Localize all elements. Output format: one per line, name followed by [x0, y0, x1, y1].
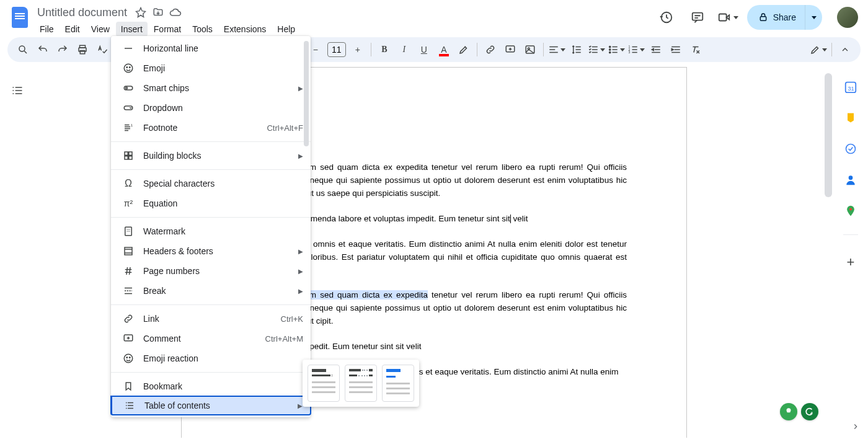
svg-point-23 [130, 67, 131, 68]
grammarly-icon[interactable] [801, 403, 818, 420]
omega-icon: Ω [122, 177, 135, 190]
spellcheck-icon[interactable] [93, 40, 112, 59]
search-menus-icon[interactable] [14, 40, 32, 59]
meet-icon[interactable] [717, 6, 738, 29]
insert-comment-icon[interactable] [501, 40, 520, 59]
get-addons-icon[interactable]: + [839, 251, 862, 273]
docs-logo[interactable] [7, 5, 32, 30]
insert-menu-item-building-blocks[interactable]: Building blocks▶ [111, 146, 311, 166]
move-icon[interactable] [152, 6, 164, 19]
indent-decrease-icon[interactable] [647, 40, 665, 59]
comment-icon [122, 332, 135, 345]
insert-menu-item-equation[interactable]: π²Equation [111, 193, 311, 213]
checklist-icon[interactable] [587, 40, 606, 59]
keep-icon[interactable] [843, 110, 858, 125]
redo-icon[interactable] [53, 40, 72, 59]
account-avatar[interactable] [837, 7, 858, 28]
history-icon[interactable] [655, 6, 678, 29]
indent-increase-icon[interactable] [666, 40, 685, 59]
highlight-icon[interactable] [454, 40, 473, 59]
star-icon[interactable] [135, 6, 147, 19]
share-button[interactable]: Share [747, 5, 822, 30]
toc-dotted-option[interactable] [345, 365, 377, 402]
bulleted-list-icon[interactable] [607, 40, 626, 59]
menu-format[interactable]: Format [149, 22, 186, 37]
comments-icon[interactable] [686, 6, 709, 29]
insert-menu-item-comment[interactable]: CommentCtrl+Alt+M [111, 329, 311, 348]
insert-menu-item-footnote[interactable]: 1FootnoteCtrl+Alt+F [111, 118, 311, 138]
insert-menu-item-dropdown[interactable]: Dropdown [111, 98, 311, 118]
insert-menu-item-link[interactable]: LinkCtrl+K [111, 309, 311, 329]
toc-links-option[interactable] [382, 365, 414, 402]
menubar: File Edit View Insert Format Tools Exten… [35, 20, 655, 37]
menu-item-label: Horizontal line [143, 43, 198, 53]
blocks-icon [122, 149, 135, 162]
insert-image-icon[interactable] [521, 40, 539, 59]
menu-help[interactable]: Help [272, 22, 300, 37]
menu-item-label: Watermark [143, 226, 185, 236]
insert-menu-item-watermark[interactable]: Watermark [111, 221, 311, 241]
side-panel-collapse-icon[interactable] [849, 420, 862, 433]
align-icon[interactable] [547, 40, 566, 59]
share-dropdown-icon[interactable] [805, 5, 822, 30]
insert-menu-item-page-numbers[interactable]: Page numbers▶ [111, 261, 311, 281]
insert-menu-item-emoji-reaction[interactable]: Emoji reaction [111, 348, 311, 368]
insert-menu-item-emoji[interactable]: Emoji [111, 58, 311, 78]
insert-link-icon[interactable] [481, 40, 500, 59]
line-spacing-icon[interactable] [567, 40, 586, 59]
svg-point-20 [849, 208, 852, 210]
vertical-scrollbar[interactable] [825, 73, 832, 197]
submenu-arrow-icon: ▶ [298, 248, 303, 255]
insert-menu-item-table-of-contents[interactable]: Table of contents▶ [110, 396, 311, 415]
menu-item-label: Headers & footers [143, 246, 213, 256]
menu-extensions[interactable]: Extensions [219, 22, 271, 37]
outline-icon[interactable] [6, 79, 29, 102]
doc-title[interactable]: Untitled document [35, 6, 130, 19]
menu-item-label: Break [143, 286, 166, 296]
menu-view[interactable]: View [86, 22, 115, 37]
toolbar-collapse-icon[interactable] [836, 40, 854, 59]
text-color-icon[interactable]: A [435, 40, 453, 59]
insert-menu-item-headers-footers[interactable]: Headers & footers▶ [111, 241, 311, 261]
tasks-icon[interactable] [843, 141, 858, 156]
italic-icon[interactable]: I [395, 40, 414, 59]
menu-edit[interactable]: Edit [60, 22, 85, 37]
underline-icon[interactable]: U [415, 40, 433, 59]
svg-point-3 [19, 46, 25, 51]
insert-menu-item-smart-chips[interactable]: Smart chips▶ [111, 78, 311, 98]
print-icon[interactable] [73, 40, 92, 59]
clear-formatting-icon[interactable] [686, 40, 705, 59]
dropdown-scrollbar[interactable] [304, 41, 309, 146]
editing-mode-icon[interactable] [809, 40, 828, 59]
menu-tools[interactable]: Tools [187, 22, 218, 37]
menu-shortcut: Ctrl+K [281, 314, 303, 324]
footnote-icon: 1 [122, 122, 135, 134]
chips-icon [122, 82, 135, 94]
svg-rect-1 [719, 14, 726, 21]
insert-menu-item-special-characters[interactable]: ΩSpecial characters [111, 174, 311, 193]
submenu-arrow-icon: ▶ [298, 153, 303, 159]
font-size-increase[interactable]: + [348, 40, 367, 59]
svg-point-18 [846, 144, 856, 154]
menu-file[interactable]: File [35, 22, 59, 37]
font-size-input[interactable] [327, 42, 346, 57]
undo-icon[interactable] [33, 40, 52, 59]
calendar-icon[interactable]: 31 [843, 79, 858, 94]
menu-item-label: Bookmark [143, 381, 182, 391]
bold-icon[interactable]: B [375, 40, 394, 59]
numbered-list-icon[interactable]: 123 [627, 40, 645, 59]
cloud-status-icon[interactable] [169, 6, 182, 19]
maps-icon[interactable] [843, 203, 858, 218]
insert-menu-item-horizontal-line[interactable]: Horizontal line [111, 38, 311, 58]
submenu-arrow-icon: ▶ [298, 288, 303, 295]
insert-menu-item-break[interactable]: Break▶ [111, 281, 311, 301]
menu-item-label: Link [143, 314, 159, 324]
toc-plain-option[interactable] [308, 365, 340, 402]
toc-submenu [303, 360, 419, 407]
bookmark-icon [122, 380, 135, 392]
svg-point-10 [609, 46, 610, 47]
contacts-icon[interactable] [843, 172, 858, 187]
insert-menu-item-bookmark[interactable]: Bookmark [111, 376, 311, 396]
floating-badge-icon[interactable] [780, 403, 797, 420]
menu-insert[interactable]: Insert [116, 22, 148, 37]
